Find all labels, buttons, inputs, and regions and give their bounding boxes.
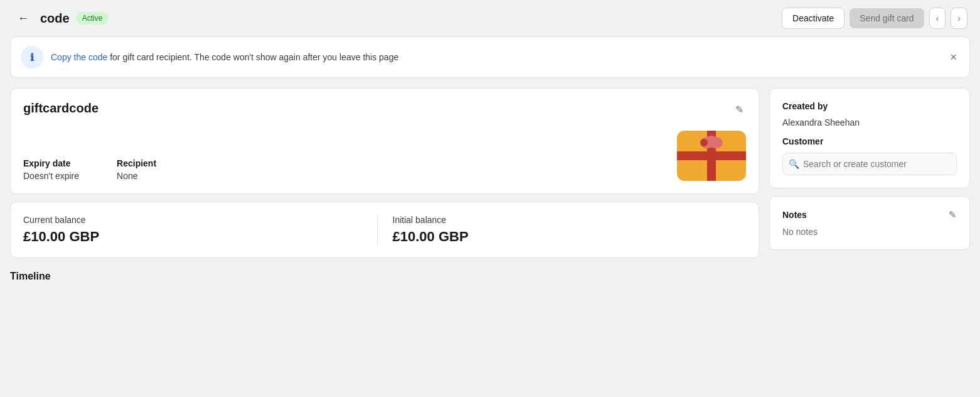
copy-code-link[interactable]: Copy the code bbox=[51, 52, 107, 62]
banner-icon-wrapper: ℹ bbox=[21, 46, 43, 68]
notes-card: Notes ✎ No notes bbox=[769, 196, 970, 250]
banner-close-button[interactable]: × bbox=[947, 51, 959, 64]
gift-card-fields: Expiry date Doesn't expire Recipient Non… bbox=[23, 158, 156, 181]
right-column: Created by Alexandra Sheehan Customer 🔍 … bbox=[769, 88, 970, 287]
balance-card: Current balance £10.00 GBP Initial balan… bbox=[10, 202, 759, 258]
banner-message: for gift card recipient. The code won't … bbox=[107, 52, 398, 62]
info-banner: ℹ Copy the code for gift card recipient.… bbox=[10, 36, 970, 78]
gift-card-code-title: giftcardcode bbox=[23, 101, 99, 116]
gift-card-info-card: giftcardcode ✎ Expiry date Doesn't expir… bbox=[10, 88, 759, 194]
notes-label: Notes bbox=[782, 210, 807, 220]
expiry-field: Expiry date Doesn't expire bbox=[23, 158, 79, 181]
left-column: giftcardcode ✎ Expiry date Doesn't expir… bbox=[10, 88, 759, 287]
created-by-value: Alexandra Sheehan bbox=[782, 117, 957, 128]
send-gift-card-button[interactable]: Send gift card bbox=[850, 8, 924, 28]
banner-text: Copy the code for gift card recipient. T… bbox=[51, 52, 940, 62]
main-layout: giftcardcode ✎ Expiry date Doesn't expir… bbox=[0, 88, 980, 297]
initial-balance-value: £10.00 GBP bbox=[393, 229, 747, 245]
back-button[interactable]: ← bbox=[13, 9, 34, 28]
header-right: Deactivate Send gift card ‹ › bbox=[782, 8, 967, 29]
notes-edit-button[interactable]: ✎ bbox=[949, 209, 957, 220]
gift-bow bbox=[700, 137, 723, 148]
recipient-value: None bbox=[117, 171, 156, 181]
deactivate-button[interactable]: Deactivate bbox=[782, 8, 844, 29]
recipient-label: Recipient bbox=[117, 158, 156, 168]
balance-grid: Current balance £10.00 GBP Initial balan… bbox=[23, 215, 746, 245]
timeline-title: Timeline bbox=[10, 266, 759, 287]
notes-value: No notes bbox=[782, 227, 957, 237]
next-nav-button[interactable]: › bbox=[951, 8, 967, 29]
recipient-field: Recipient None bbox=[117, 158, 156, 181]
notes-header: Notes ✎ bbox=[782, 209, 957, 220]
expiry-label: Expiry date bbox=[23, 158, 79, 168]
bow-center bbox=[700, 139, 708, 146]
info-icon: ℹ bbox=[30, 52, 34, 63]
page-header: ← code Active Deactivate Send gift card … bbox=[0, 0, 980, 36]
customer-search-input[interactable] bbox=[782, 153, 957, 175]
created-by-label: Created by bbox=[782, 101, 957, 111]
search-icon: 🔍 bbox=[789, 159, 799, 169]
created-by-card: Created by Alexandra Sheehan Customer 🔍 bbox=[769, 88, 970, 188]
gift-card-header: giftcardcode ✎ bbox=[23, 101, 746, 118]
initial-balance-item: Initial balance £10.00 GBP bbox=[377, 215, 747, 245]
prev-nav-button[interactable]: ‹ bbox=[929, 8, 946, 29]
current-balance-value: £10.00 GBP bbox=[23, 229, 377, 245]
current-balance-item: Current balance £10.00 GBP bbox=[23, 215, 377, 245]
current-balance-label: Current balance bbox=[23, 215, 377, 225]
gift-card-image bbox=[677, 131, 746, 181]
expiry-value: Doesn't expire bbox=[23, 171, 79, 181]
header-left: ← code Active bbox=[13, 9, 109, 28]
customer-label: Customer bbox=[782, 136, 957, 146]
edit-code-button[interactable]: ✎ bbox=[733, 101, 746, 118]
page-title: code bbox=[40, 11, 70, 26]
customer-search-wrapper: 🔍 bbox=[782, 153, 957, 175]
status-badge: Active bbox=[76, 12, 109, 24]
bow-right bbox=[708, 135, 724, 150]
gift-card-body: Expiry date Doesn't expire Recipient Non… bbox=[23, 131, 746, 181]
initial-balance-label: Initial balance bbox=[393, 215, 747, 225]
